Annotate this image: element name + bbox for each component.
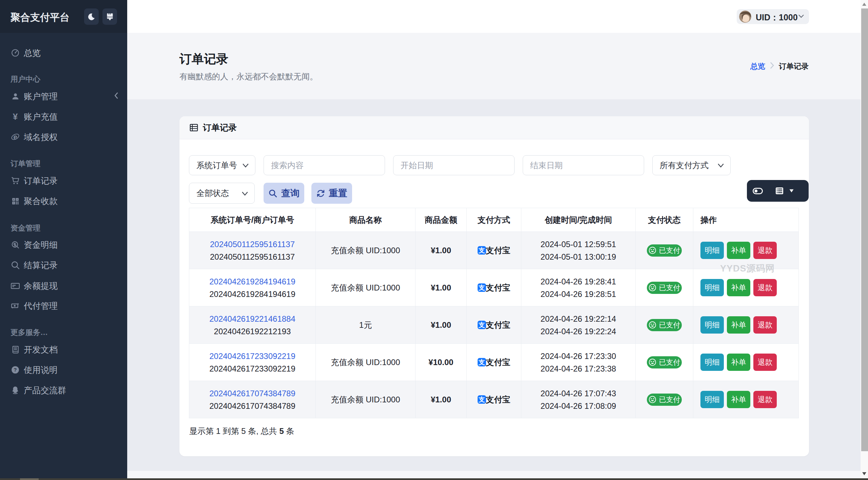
svg-text:?: ? — [14, 367, 17, 373]
